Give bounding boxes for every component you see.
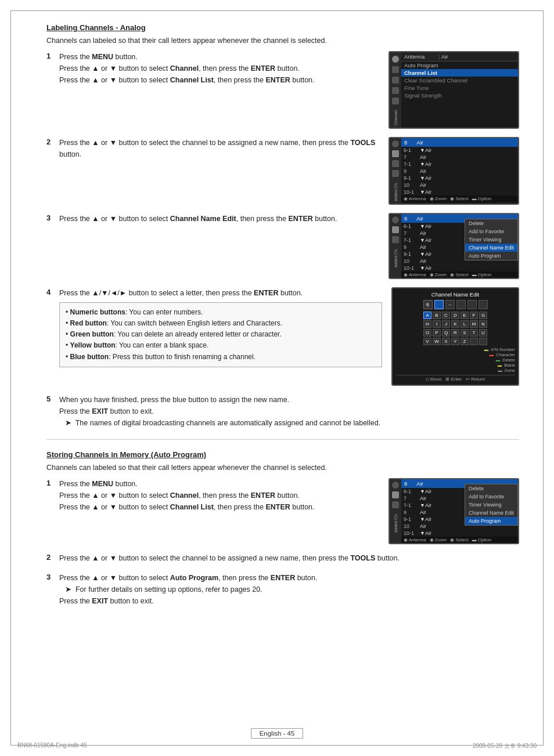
tv4-title: Channel Name Edit <box>395 291 515 298</box>
tv2-footer-antenna: ◉ Antenna <box>404 196 426 201</box>
tv2-ch-10: 10Air <box>401 182 518 189</box>
tv5-ch-10-1: 10-1▼Air <box>401 530 518 537</box>
key-C: C <box>442 312 450 319</box>
info-box: • Numeric buttons: You can enter numbers… <box>59 302 382 367</box>
step1-image: Channel Antenna : Air Auto Program Chann… <box>388 51 519 129</box>
step2-image: Added Ch. 8 Air 6-1▼Air 7Air 7-1▼Air 9Ai… <box>388 137 519 205</box>
tv2-ch-9-1: 9-1▼Air <box>401 175 518 182</box>
step5-content: When you have finished, press the blue b… <box>59 394 519 429</box>
tv2-icon1 <box>392 140 399 147</box>
tv4-input-3 <box>456 300 466 309</box>
step2-row: 2 Press the ▲ or ▼ button to select the … <box>46 137 519 205</box>
tv4-input-cursor <box>434 300 444 309</box>
page-number-label: English - 45 <box>260 730 295 737</box>
ctx5-timer: Timer Viewing <box>465 501 517 509</box>
info-blue: • Blue button: Press this button to fini… <box>66 352 376 363</box>
tv1-main: Antenna : Air Auto Program Channel List … <box>401 52 518 128</box>
tv2-icon2 <box>392 150 399 157</box>
key-S: S <box>461 329 469 337</box>
tv2-ch-7-1: 7-1▼Air <box>401 161 518 168</box>
info-red: • Red button: You can switch between Eng… <box>66 318 376 329</box>
key-J: J <box>442 320 450 328</box>
tv4-legend-row1: ▬#/% Number <box>484 347 515 352</box>
key-F: F <box>470 312 478 319</box>
tv5-icon1 <box>392 482 399 489</box>
s2-step1-num: 1 <box>46 479 59 487</box>
step1-content: Press the MENU button. Press the ▲ or ▼ … <box>59 51 379 86</box>
ctx5-delete: Delete <box>465 484 517 493</box>
tv2-footer: ◉ Antenna ◉ Zoom ◉ Select ▬ Option <box>401 196 518 202</box>
key-R: R <box>451 329 459 337</box>
doc-date: 2008-05-28 오후 9:43:30 <box>473 742 537 750</box>
key-T: T <box>470 329 478 337</box>
tv3-main: 6 Air 6-1▼Air 7Air 7-1▼Air 9Air 9-1▼Air … <box>401 214 518 278</box>
ctx5-ch-name-edit: Channel Name Edit <box>465 509 517 517</box>
ctx-auto-prog: Auto Program <box>465 252 517 260</box>
tv2-ch-header: 8 Air <box>401 138 518 147</box>
key-O: O <box>423 329 431 337</box>
tv-screen-4: Channel Name Edit 6 – A B <box>391 287 519 386</box>
tv5-header-ch: 8 <box>404 480 407 487</box>
key-E: E <box>461 312 469 319</box>
s2-step3-row: 3 Press the ▲ or ▼ button to select Auto… <box>46 572 519 607</box>
tv2-label: Added Ch. <box>394 182 398 201</box>
key-blank2 <box>479 338 487 345</box>
legend-number-text: #/% Number <box>491 347 515 352</box>
key-K: K <box>451 320 459 328</box>
legend-delete-icon: ▬ <box>496 357 501 363</box>
tv4-legend-row4: ▬Blank <box>498 363 515 368</box>
tv2-ch-9: 9Air <box>401 168 518 175</box>
tv2-header-ch: 8 <box>404 139 407 146</box>
tv2-ch-7: 7Air <box>401 154 518 161</box>
tv3-icon2 <box>392 226 399 233</box>
tv1-menu-clear: Clear Scrambled Channel <box>401 77 518 84</box>
legend-char-text: Character <box>496 352 515 357</box>
tv1-icon1 <box>392 56 399 63</box>
doc-footer: BN68-01580A-Eng.indb 45 2008-05-28 오후 9:… <box>17 742 537 750</box>
tv4-keyboard: A B C D E F G H I J K <box>395 312 515 345</box>
page-footer: English - 45 <box>0 728 554 739</box>
legend-blank-text: Blank <box>504 363 515 368</box>
tv3-context-menu: Delete Add to Favorite Timer Viewing Cha… <box>465 219 518 261</box>
tv3-header-ch: 6 <box>404 215 407 222</box>
step5-row: 5 When you have finished, press the blue… <box>46 394 519 429</box>
tv2-icon3 <box>392 160 399 167</box>
info-green: • Green button: You can delete an alread… <box>66 329 376 340</box>
key-U: U <box>479 329 487 337</box>
tv4-row4: V W X Y Z <box>423 338 487 345</box>
section-storing: Storing Channels in Memory (Auto Program… <box>46 450 519 607</box>
tv5-sidebar: Added Ch. <box>390 479 401 543</box>
tv3-label: Added Ch. <box>394 248 398 267</box>
key-P: P <box>433 329 441 337</box>
ctx-ch-name-edit: Channel Name Edit <box>465 244 517 252</box>
ctx-add-fav: Add to Favorite <box>465 227 517 236</box>
tv4-input-4 <box>467 300 477 309</box>
step3-row: 3 Press the ▲ or ▼ button to select Chan… <box>46 213 519 279</box>
s2-step2-row: 2 Press the ▲ or ▼ button to select the … <box>46 552 519 564</box>
tv2-footer-zoom: ◉ Zoom <box>430 196 447 201</box>
key-D: D <box>451 312 459 319</box>
ctx5-auto-prog: Auto Program <box>465 517 517 525</box>
step4-content: Press the ▲/▼/◄/► button to select a let… <box>59 287 382 371</box>
tv5-icon3 <box>392 501 399 508</box>
step3-num: 3 <box>46 214 59 222</box>
tv4-footer: ◇ Move ⊞ Enter ↩ Return <box>395 375 515 382</box>
tv1-icon5 <box>392 97 399 104</box>
section-labeling: Labeling Channels - Analog Channels can … <box>46 23 519 429</box>
tv5-icon2 <box>392 491 399 498</box>
tv2-ch-6-1: 6-1▼Air <box>401 147 518 154</box>
key-Q: Q <box>442 329 450 337</box>
legend-done-text: Done <box>505 368 515 373</box>
tv1-menu-chanlist: Channel List <box>401 69 518 77</box>
tv4-legend-row5: ▬Done <box>498 368 515 373</box>
step4-image: Channel Name Edit 6 – A B <box>391 287 519 386</box>
key-G: G <box>479 312 487 319</box>
s2-step3-num: 3 <box>46 573 59 581</box>
tv-screen-1: Channel Antenna : Air Auto Program Chann… <box>388 51 519 129</box>
tv3-header-air: Air <box>416 215 423 222</box>
s2-step2-num: 2 <box>46 553 59 562</box>
key-A: A <box>423 312 431 319</box>
step1-row: 1 Press the MENU button. Press the ▲ or … <box>46 51 519 129</box>
s2-step1-image: Added Ch. 8 Air 6-1▼Air 7Air 7-1▼Air 9Ai… <box>388 478 519 544</box>
tv1-icon3 <box>392 77 399 84</box>
